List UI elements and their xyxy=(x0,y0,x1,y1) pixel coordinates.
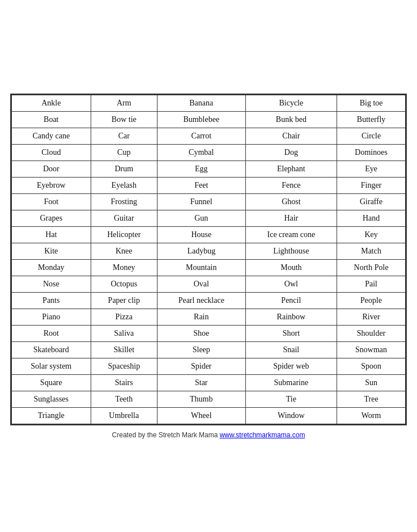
table-cell: Triangle xyxy=(12,407,91,424)
table-cell: Circle xyxy=(337,128,406,144)
table-cell: Funnel xyxy=(157,193,245,210)
table-cell: Tree xyxy=(337,391,406,407)
table-cell: Knee xyxy=(91,243,157,259)
table-row: DoorDrumEggElephantEye xyxy=(12,161,406,177)
table-cell: Eye xyxy=(337,161,406,177)
table-row: SunglassesTeethThumbTieTree xyxy=(12,391,406,407)
table-cell: Worm xyxy=(337,407,406,424)
table-cell: Sleep xyxy=(157,341,245,358)
table-cell: Bicycle xyxy=(245,95,337,111)
word-list-table: AnkleArmBananaBicycleBig toeBoatBow tieB… xyxy=(11,95,406,424)
table-cell: Mouth xyxy=(245,259,337,276)
table-cell: Ice cream cone xyxy=(245,226,337,243)
table-cell: House xyxy=(157,226,245,243)
table-cell: Bow tie xyxy=(91,111,157,128)
table-cell: Grapes xyxy=(12,210,91,226)
table-cell: Submarine xyxy=(245,374,337,391)
table-cell: Oval xyxy=(157,276,245,292)
table-cell: Shoulder xyxy=(337,325,406,341)
table-cell: Sun xyxy=(337,374,406,391)
table-cell: Shoe xyxy=(157,325,245,341)
table-cell: Giraffe xyxy=(337,193,406,210)
table-cell: Stairs xyxy=(91,374,157,391)
table-cell: Hat xyxy=(12,226,91,243)
table-cell: Ghost xyxy=(245,193,337,210)
word-list-table-wrapper: AnkleArmBananaBicycleBig toeBoatBow tieB… xyxy=(10,94,407,425)
table-cell: Solar system xyxy=(12,358,91,374)
table-cell: Snail xyxy=(245,341,337,358)
table-row: GrapesGuitarGunHairHand xyxy=(12,210,406,226)
table-cell: Pizza xyxy=(91,309,157,325)
table-row: PianoPizzaRainRainbowRiver xyxy=(12,309,406,325)
table-row: AnkleArmBananaBicycleBig toe xyxy=(12,95,406,111)
table-row: FootFrostingFunnelGhostGiraffe xyxy=(12,193,406,210)
table-cell: Chair xyxy=(245,128,337,144)
table-cell: Spaceship xyxy=(91,358,157,374)
table-row: HatHelicopterHouseIce cream coneKey xyxy=(12,226,406,243)
footer-link[interactable]: www.stretchmarkmama.com xyxy=(220,431,305,439)
table-cell: Carrot xyxy=(157,128,245,144)
table-cell: Ankle xyxy=(12,95,91,111)
footer-text: Created by the Stretch Mark Mama xyxy=(112,431,220,439)
table-row: TriangleUmbrellaWheelWindowWorm xyxy=(12,407,406,424)
table-row: KiteKneeLadybugLighthouseMatch xyxy=(12,243,406,259)
table-cell: Snowman xyxy=(337,341,406,358)
table-row: RootSalivaShoeShortShoulder xyxy=(12,325,406,341)
table-row: Solar systemSpaceshipSpiderSpider webSpo… xyxy=(12,358,406,374)
table-cell: River xyxy=(337,309,406,325)
table-cell: Pants xyxy=(12,292,91,309)
table-cell: Star xyxy=(157,374,245,391)
table-cell: Candy cane xyxy=(12,128,91,144)
table-cell: Butterfly xyxy=(337,111,406,128)
table-cell: Egg xyxy=(157,161,245,177)
table-cell: Rainbow xyxy=(245,309,337,325)
table-cell: People xyxy=(337,292,406,309)
table-cell: Boat xyxy=(12,111,91,128)
table-cell: Hair xyxy=(245,210,337,226)
table-row: EyebrowEyelashFeetFenceFinger xyxy=(12,177,406,193)
table-row: Candy caneCarCarrotChairCircle xyxy=(12,128,406,144)
table-cell: Eyebrow xyxy=(12,177,91,193)
table-cell: Rain xyxy=(157,309,245,325)
table-cell: Pencil xyxy=(245,292,337,309)
table-cell: Elephant xyxy=(245,161,337,177)
table-cell: Window xyxy=(245,407,337,424)
table-cell: Paper clip xyxy=(91,292,157,309)
table-cell: Spider xyxy=(157,358,245,374)
table-cell: Short xyxy=(245,325,337,341)
table-cell: North Pole xyxy=(337,259,406,276)
table-cell: Car xyxy=(91,128,157,144)
table-cell: Root xyxy=(12,325,91,341)
table-cell: Skateboard xyxy=(12,341,91,358)
table-cell: Big toe xyxy=(337,95,406,111)
table-cell: Cup xyxy=(91,144,157,161)
table-cell: Drum xyxy=(91,161,157,177)
table-row: SkateboardSkilletSleepSnailSnowman xyxy=(12,341,406,358)
table-cell: Banana xyxy=(157,95,245,111)
table-cell: Money xyxy=(91,259,157,276)
table-cell: Octopus xyxy=(91,276,157,292)
table-cell: Square xyxy=(12,374,91,391)
table-cell: Gun xyxy=(157,210,245,226)
table-cell: Finger xyxy=(337,177,406,193)
table-cell: Cloud xyxy=(12,144,91,161)
table-cell: Foot xyxy=(12,193,91,210)
table-row: BoatBow tieBumblebeeBunk bedButterfly xyxy=(12,111,406,128)
table-row: CloudCupCymbalDogDominoes xyxy=(12,144,406,161)
table-cell: Hand xyxy=(337,210,406,226)
table-cell: Dog xyxy=(245,144,337,161)
table-cell: Bumblebee xyxy=(157,111,245,128)
table-cell: Pail xyxy=(337,276,406,292)
table-cell: Umbrella xyxy=(91,407,157,424)
table-row: MondayMoneyMountainMouthNorth Pole xyxy=(12,259,406,276)
table-cell: Sunglasses xyxy=(12,391,91,407)
table-cell: Mountain xyxy=(157,259,245,276)
table-cell: Helicopter xyxy=(91,226,157,243)
table-cell: Pearl necklace xyxy=(157,292,245,309)
table-row: PantsPaper clipPearl necklacePencilPeopl… xyxy=(12,292,406,309)
table-cell: Kite xyxy=(12,243,91,259)
table-cell: Ladybug xyxy=(157,243,245,259)
table-cell: Tie xyxy=(245,391,337,407)
table-cell: Wheel xyxy=(157,407,245,424)
table-cell: Thumb xyxy=(157,391,245,407)
